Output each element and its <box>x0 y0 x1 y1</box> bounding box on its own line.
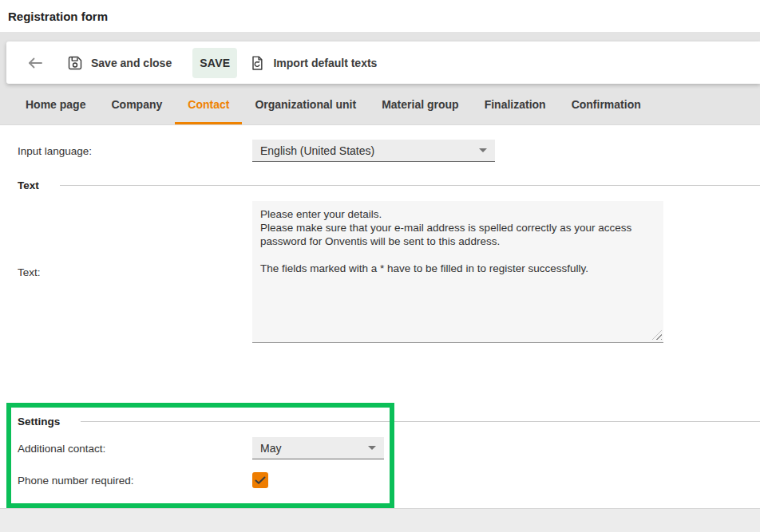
input-language-value: English (United States) <box>260 144 374 157</box>
save-icon <box>67 55 83 71</box>
input-language-select[interactable]: English (United States) <box>252 140 495 162</box>
tab-company[interactable]: Company <box>98 87 175 124</box>
page-title: Registration form <box>8 10 108 23</box>
save-button[interactable]: SAVE <box>192 48 237 78</box>
save-and-close-button[interactable]: Save and close <box>67 55 172 71</box>
phone-number-required-label: Phone number required: <box>0 475 252 487</box>
arrow-left-icon <box>26 53 45 73</box>
text-row: Text: Please enter your details. Please … <box>0 201 760 343</box>
phone-number-required-row: Phone number required: <box>0 472 760 488</box>
section-divider <box>81 421 760 422</box>
text-textarea[interactable]: Please enter your details. Please make s… <box>252 201 663 343</box>
chevron-down-icon <box>479 148 487 152</box>
settings-section-header: Settings <box>0 415 760 428</box>
additional-contact-value: May <box>260 442 281 455</box>
document-restore-icon <box>249 55 265 71</box>
additional-contact-label: Additional contact: <box>0 443 252 455</box>
checkmark-icon <box>255 476 266 485</box>
text-section-title: Text <box>0 179 39 191</box>
phone-number-required-checkbox[interactable] <box>252 472 268 488</box>
back-button[interactable] <box>26 53 45 73</box>
tab-contact[interactable]: Contact <box>175 87 242 124</box>
input-language-label: Input language: <box>0 145 252 157</box>
input-language-row: Input language: English (United States) <box>0 140 760 162</box>
import-default-texts-label: Import default texts <box>273 57 377 69</box>
save-and-close-label: Save and close <box>91 57 172 69</box>
tab-home-page[interactable]: Home page <box>13 87 98 124</box>
tab-material-group[interactable]: Material group <box>369 87 471 124</box>
tab-bar: Home pageCompanyContactOrganizational un… <box>6 87 760 124</box>
header-band: Save and close SAVE Import default texts… <box>0 32 760 124</box>
text-area-wrap: Please enter your details. Please make s… <box>252 201 663 343</box>
import-default-texts-button[interactable]: Import default texts <box>249 55 377 71</box>
tab-organizational-unit[interactable]: Organizational unit <box>242 87 369 124</box>
tab-finalization[interactable]: Finalization <box>472 87 559 124</box>
chevron-down-icon <box>368 446 376 450</box>
text-label: Text: <box>0 266 252 278</box>
additional-contact-row: Additional contact: May <box>0 437 760 459</box>
toolbar: Save and close SAVE Import default texts <box>6 41 760 84</box>
window-header: Registration form <box>0 0 760 32</box>
additional-contact-select[interactable]: May <box>252 437 384 459</box>
form-content: Input language: English (United States) … <box>0 124 760 508</box>
text-section-header: Text <box>0 179 760 191</box>
section-divider <box>60 185 760 186</box>
settings-section-title: Settings <box>0 416 60 428</box>
footer-bar <box>0 508 760 532</box>
tab-confirmation[interactable]: Confirmation <box>559 87 654 124</box>
